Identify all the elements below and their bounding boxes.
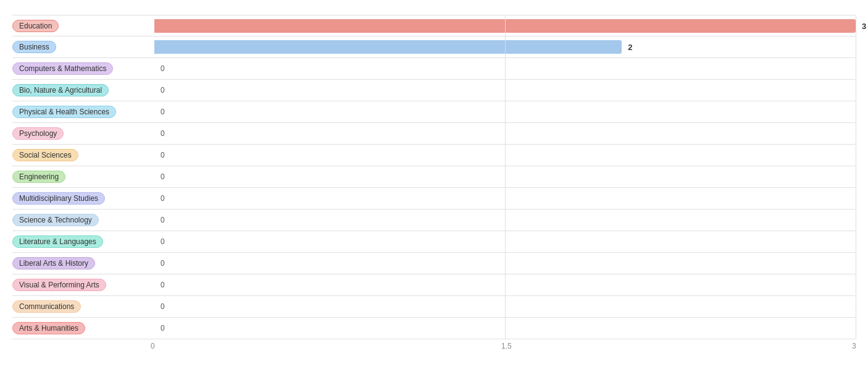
bar-label: Bio, Nature & Agricultural [12, 84, 154, 96]
grid-line [856, 210, 856, 231]
bar-track: 0 [154, 210, 856, 231]
bar-label: Computers & Mathematics [12, 62, 154, 75]
bar-value-label: 3 [859, 21, 866, 30]
grid-line [505, 80, 506, 101]
bar-label: Business [12, 41, 154, 53]
bar-row: Social Sciences0 [12, 145, 856, 166]
bar-value-label: 0 [158, 64, 165, 73]
grid-line [505, 101, 506, 122]
bar-track: 0 [154, 253, 856, 274]
bar-track: 0 [154, 101, 856, 122]
bar-row: Computers & Mathematics0 [12, 58, 856, 80]
grid-line [856, 188, 856, 209]
bar-value-label: 0 [158, 281, 165, 289]
bar-label: Liberal Arts & History [12, 257, 154, 269]
grid-line [505, 296, 506, 317]
grid-line [505, 274, 506, 295]
grid-line [505, 58, 506, 79]
bar-value-label: 0 [158, 216, 165, 224]
grid-line [505, 123, 506, 144]
grid-line [505, 210, 506, 231]
grid-line [856, 231, 856, 252]
bar-track: 0 [154, 123, 856, 144]
bar-track: 2 [154, 36, 856, 57]
bar-row: Education3 [12, 15, 856, 36]
bar-track: 0 [154, 166, 856, 187]
x-tick: 1.5 [501, 342, 512, 350]
bar-track: 0 [154, 296, 856, 317]
x-tick: 3 [852, 342, 856, 350]
grid-line [856, 296, 856, 317]
bar-label: Multidisciplinary Studies [12, 192, 154, 205]
bar-track: 0 [154, 145, 856, 166]
bar-label: Psychology [12, 127, 154, 140]
grid-line [856, 145, 856, 166]
grid-line [856, 58, 856, 79]
bar-label: Communications [12, 300, 154, 313]
bar-value-label: 0 [158, 151, 165, 159]
bar-label: Science & Technology [12, 214, 154, 226]
bar-label: Social Sciences [12, 149, 154, 161]
bar-label: Education [12, 20, 154, 32]
bar-value-label: 0 [158, 259, 165, 268]
bar-row: Visual & Performing Arts0 [12, 274, 856, 296]
bar-track: 0 [154, 80, 856, 101]
bar-row: Multidisciplinary Studies0 [12, 188, 856, 210]
chart-area: Education3Business2Computers & Mathemati… [12, 15, 856, 339]
chart-container: Education3Business2Computers & Mathemati… [0, 0, 868, 390]
bar-track: 0 [154, 58, 856, 79]
grid-line [505, 166, 506, 187]
bar-value-label: 0 [158, 129, 165, 138]
grid-line [856, 80, 856, 101]
bar-row: Communications0 [12, 296, 856, 318]
bar-row: Business2 [12, 36, 856, 58]
grid-line [856, 15, 856, 36]
bar-track: 0 [154, 274, 856, 295]
bar-label: Visual & Performing Arts [12, 279, 154, 291]
bar-row: Arts & Humanities0 [12, 318, 856, 339]
bar-track: 0 [154, 231, 856, 252]
bar-row: Science & Technology0 [12, 210, 856, 231]
bar-row: Physical & Health Sciences0 [12, 101, 856, 123]
bar-row: Engineering0 [12, 166, 856, 188]
bar-label: Arts & Humanities [12, 322, 154, 334]
grid-line [856, 101, 856, 122]
grid-line [856, 253, 856, 274]
grid-line [505, 318, 506, 339]
bar-value-label: 0 [158, 86, 165, 95]
bar-value-label: 0 [158, 324, 165, 333]
grid-line [505, 36, 506, 57]
bar-row: Liberal Arts & History0 [12, 253, 856, 274]
bar-track: 0 [154, 188, 856, 209]
grid-line [505, 145, 506, 166]
grid-line [856, 166, 856, 187]
grid-line [505, 188, 506, 209]
bar-value-label: 0 [158, 172, 165, 181]
bar-label: Engineering [12, 171, 154, 183]
bar-value-label: 0 [158, 108, 165, 116]
bar-value-label: 0 [158, 237, 165, 246]
bar-value-label: 0 [158, 302, 165, 311]
grid-line [505, 231, 506, 252]
bar-row: Psychology0 [12, 123, 856, 145]
grid-line [505, 253, 506, 274]
grid-line [505, 15, 506, 36]
x-tick: 0 [151, 342, 155, 350]
grid-line [856, 274, 856, 295]
bar-label: Physical & Health Sciences [12, 106, 154, 118]
bar-value-label: 2 [625, 43, 632, 52]
bar-row: Literature & Languages0 [12, 231, 856, 253]
bar-track: 0 [154, 318, 856, 339]
grid-line [856, 36, 856, 57]
grid-line [856, 318, 856, 339]
bar-label: Literature & Languages [12, 235, 154, 248]
grid-line [856, 123, 856, 144]
bar-row: Bio, Nature & Agricultural0 [12, 80, 856, 101]
bar-value-label: 0 [158, 194, 165, 203]
bar-track: 3 [154, 15, 856, 36]
